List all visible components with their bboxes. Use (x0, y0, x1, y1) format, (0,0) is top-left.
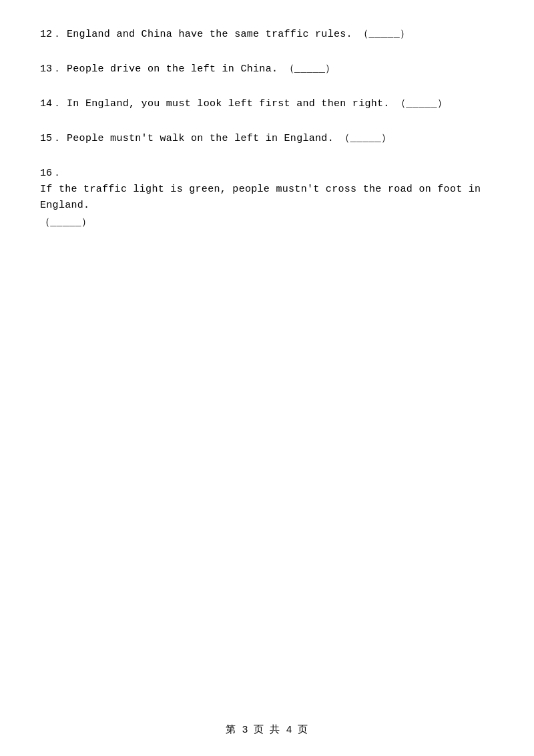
question-16-text-line2: （_____） (40, 217, 91, 228)
question-15-line: 15． People mustn't walk on the left in E… (40, 131, 494, 147)
question-16-line1: 16． If the traffic light is green, peopl… (40, 166, 494, 214)
question-13-number: 13． (40, 61, 67, 77)
question-12-number: 12． (40, 27, 67, 43)
question-15-number: 15． (40, 131, 67, 147)
footer-text: 第 3 页 共 4 页 (226, 725, 308, 736)
question-15-text: People mustn't walk on the left in Engla… (67, 131, 391, 147)
question-16: 16． If the traffic light is green, peopl… (40, 166, 494, 231)
question-15: 15． People mustn't walk on the left in E… (40, 131, 494, 147)
question-16-line2: （_____） (40, 215, 494, 231)
question-12-text: England and China have the same traffic … (67, 27, 410, 43)
question-13-text: People drive on the left in China. （____… (67, 61, 336, 77)
question-12: 12． England and China have the same traf… (40, 27, 494, 43)
question-14-text: In England, you must look left first and… (67, 96, 447, 112)
question-16-text-line1: If the traffic light is green, people mu… (40, 182, 494, 214)
question-13-line: 13． People drive on the left in China. （… (40, 61, 494, 77)
page-content: 12． England and China have the same traf… (0, 0, 534, 276)
question-12-line: 12． England and China have the same traf… (40, 27, 494, 43)
question-13: 13． People drive on the left in China. （… (40, 61, 494, 77)
question-14-line: 14． In England, you must look left first… (40, 96, 494, 112)
question-14: 14． In England, you must look left first… (40, 96, 494, 112)
page-footer: 第 3 页 共 4 页 (0, 723, 534, 736)
question-14-number: 14． (40, 96, 67, 112)
question-16-number: 16． (40, 166, 67, 182)
